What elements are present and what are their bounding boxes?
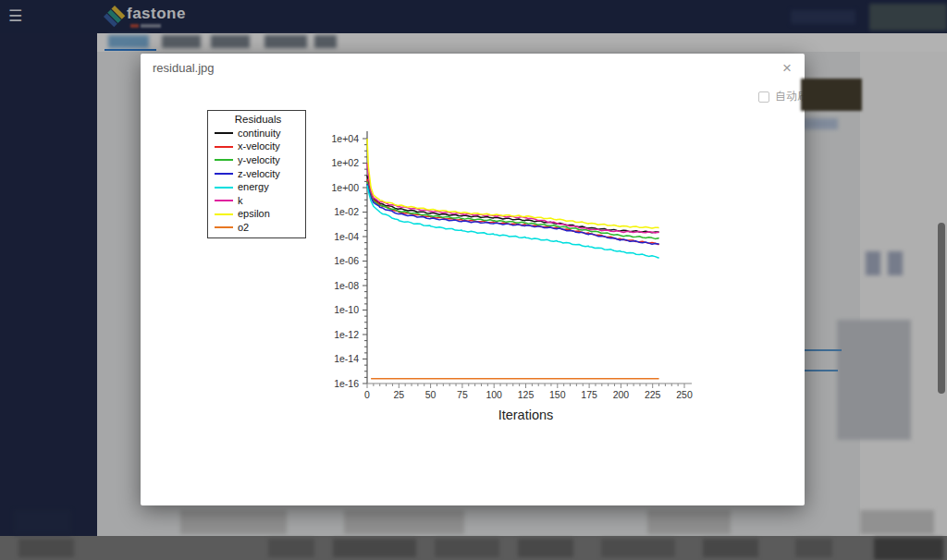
svg-text:225: 225 xyxy=(645,389,661,400)
legend-swatch xyxy=(215,173,233,175)
blurred-block xyxy=(801,79,862,111)
svg-text:1e-10: 1e-10 xyxy=(334,304,359,315)
legend-label: z-velocity xyxy=(238,169,280,179)
svg-text:1e-06: 1e-06 xyxy=(334,255,359,266)
svg-text:250: 250 xyxy=(676,389,693,400)
legend-label: epsilon xyxy=(238,209,270,219)
legend-title: Residuals xyxy=(215,113,301,127)
svg-text:1e-16: 1e-16 xyxy=(334,378,359,389)
svg-text:200: 200 xyxy=(613,389,630,400)
legend-label: x-velocity xyxy=(238,141,280,152)
legend-label: energy xyxy=(238,182,269,192)
legend-item: z-velocity xyxy=(215,167,301,181)
svg-text:1e+04: 1e+04 xyxy=(332,133,360,144)
svg-text:1e+02: 1e+02 xyxy=(332,157,360,168)
legend-item: k xyxy=(215,194,301,208)
svg-text:1e-02: 1e-02 xyxy=(334,206,359,217)
svg-text:25: 25 xyxy=(393,389,404,400)
legend-swatch xyxy=(215,213,233,215)
svg-text:125: 125 xyxy=(518,389,535,400)
legend-label: o2 xyxy=(238,223,249,233)
svg-text:0: 0 xyxy=(364,389,370,400)
svg-text:150: 150 xyxy=(549,389,566,400)
legend-swatch xyxy=(215,159,233,161)
svg-text:1e-12: 1e-12 xyxy=(334,329,359,340)
svg-text:1e+00: 1e+00 xyxy=(332,182,360,193)
image-preview-modal: residual.jpg × 自动刷新 1e+041e+021e+001e-02… xyxy=(141,54,805,505)
svg-text:1e-04: 1e-04 xyxy=(334,231,359,242)
legend-item: continuity xyxy=(215,127,301,140)
legend-swatch xyxy=(215,200,233,201)
svg-text:50: 50 xyxy=(425,389,437,400)
legend-label: k xyxy=(238,196,243,206)
svg-text:1e-14: 1e-14 xyxy=(334,353,359,364)
legend-item: epsilon xyxy=(215,208,301,222)
legend-swatch xyxy=(215,226,233,228)
svg-text:75: 75 xyxy=(457,389,468,400)
legend-item: energy xyxy=(215,180,301,194)
legend-swatch xyxy=(215,146,233,148)
legend-label: y-velocity xyxy=(238,155,280,165)
svg-text:Iterations: Iterations xyxy=(498,408,554,422)
legend-swatch xyxy=(215,187,233,189)
svg-text:1e-08: 1e-08 xyxy=(334,280,359,291)
legend-item: x-velocity xyxy=(215,140,301,154)
chart-legend: Residuals continuityx-velocityy-velocity… xyxy=(207,110,306,238)
legend-label: continuity xyxy=(238,128,280,139)
svg-text:100: 100 xyxy=(486,389,502,400)
legend-swatch xyxy=(215,132,233,134)
svg-text:175: 175 xyxy=(581,389,597,400)
legend-item: o2 xyxy=(215,221,301,235)
legend-item: y-velocity xyxy=(215,153,301,167)
